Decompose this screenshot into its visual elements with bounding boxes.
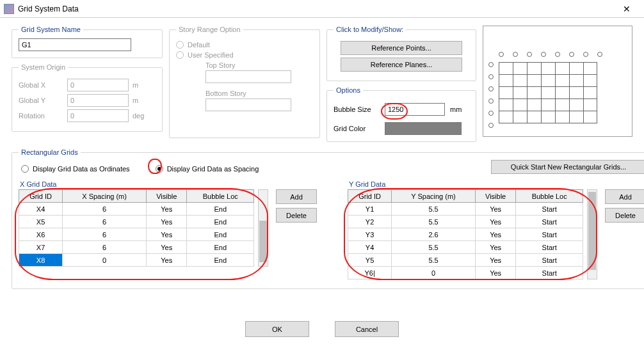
y-grid-scrollbar[interactable] <box>587 189 597 279</box>
grid-system-name-legend: Grid System Name <box>19 26 83 33</box>
reference-points-button[interactable]: Reference Points... <box>341 41 462 55</box>
spacing-radio[interactable]: Display Grid Data as Spacing <box>156 165 259 173</box>
system-origin-group: System Origin Global X m Global Y m Rota… <box>12 63 163 132</box>
grid-color-swatch[interactable] <box>385 122 462 135</box>
story-user-label: User Specified <box>188 51 234 59</box>
table-row[interactable]: X76YesEnd <box>19 241 254 254</box>
story-user-radio: User Specified <box>176 51 313 59</box>
top-story-input <box>205 70 291 83</box>
table-row[interactable]: Y32.6YesStart <box>348 228 583 241</box>
table-row[interactable]: Y6|0YesStart <box>348 267 583 279</box>
rotation-input <box>67 109 129 122</box>
bubble-size-label: Bubble Size <box>334 106 380 113</box>
story-default-label: Default <box>188 41 210 49</box>
app-icon <box>4 4 14 14</box>
y-grid-table[interactable]: Grid IDY Spacing (m)VisibleBubble LocY15… <box>348 189 583 279</box>
grid-system-name-input[interactable] <box>19 38 131 51</box>
quick-start-button[interactable]: Quick Start New Rectangular Grids... <box>491 160 644 174</box>
ok-button[interactable]: OK <box>245 321 309 337</box>
bottom-story-input <box>205 98 291 111</box>
table-row[interactable]: Y55.5YesStart <box>348 254 583 267</box>
top-story-label: Top Story <box>205 61 313 69</box>
x-delete-button[interactable]: Delete <box>276 208 317 223</box>
reference-planes-button[interactable]: Reference Planes... <box>341 58 462 72</box>
bottom-story-label: Bottom Story <box>205 90 313 97</box>
table-row[interactable]: Y15.5YesStart <box>348 203 583 216</box>
cancel-button[interactable]: Cancel <box>335 321 399 337</box>
bubble-size-input[interactable] <box>385 103 445 116</box>
options-group: Options Bubble Size mm Grid Color <box>326 86 476 142</box>
global-y-label: Global Y <box>19 97 63 104</box>
close-button[interactable]: ✕ <box>613 2 640 16</box>
y-add-button[interactable]: Add <box>605 189 644 204</box>
global-y-input <box>67 94 129 107</box>
x-grid-table[interactable]: Grid IDX Spacing (m)VisibleBubble LocX46… <box>19 189 254 267</box>
rotation-label: Rotation <box>19 112 63 120</box>
system-origin-legend: System Origin <box>19 63 68 71</box>
global-x-label: Global X <box>19 81 63 89</box>
grid-color-label: Grid Color <box>334 125 380 132</box>
radio-icon <box>176 51 184 59</box>
rect-grids-group: Rectangular Grids Display Grid Data as O… <box>12 148 644 289</box>
radio-icon <box>156 165 163 173</box>
y-delete-button[interactable]: Delete <box>605 208 644 223</box>
table-row[interactable]: X80YesEnd <box>19 254 254 267</box>
rotation-unit: deg <box>133 112 148 120</box>
options-legend: Options <box>334 86 363 94</box>
grid-preview <box>483 26 632 137</box>
bubble-size-unit: mm <box>450 106 462 113</box>
rect-grids-legend: Rectangular Grids <box>19 148 81 156</box>
table-row[interactable]: Y25.5YesStart <box>348 216 583 228</box>
spacing-label: Display Grid Data as Spacing <box>167 165 259 173</box>
ordinates-radio[interactable]: Display Grid Data as Ordinates <box>21 165 130 173</box>
ordinates-label: Display Grid Data as Ordinates <box>33 165 130 173</box>
y-grid-label: Y Grid Data <box>349 180 644 188</box>
table-row[interactable]: Y45.5YesStart <box>348 241 583 254</box>
table-row[interactable]: X46YesEnd <box>19 203 254 216</box>
grid-system-name-group: Grid System Name <box>12 26 163 58</box>
story-range-legend: Story Range Option <box>176 26 243 33</box>
global-x-unit: m <box>133 81 148 89</box>
x-add-button[interactable]: Add <box>276 189 317 204</box>
story-range-group: Story Range Option Default User Specifie… <box>169 26 320 138</box>
x-grid-scrollbar[interactable] <box>258 189 268 267</box>
radio-icon <box>21 165 29 173</box>
global-x-input <box>67 79 129 91</box>
radio-icon <box>176 41 184 49</box>
window-title: Grid System Data <box>18 4 613 13</box>
modify-show-group: Click to Modify/Show: Reference Points..… <box>326 26 476 81</box>
global-y-unit: m <box>133 97 148 104</box>
modify-show-legend: Click to Modify/Show: <box>334 26 406 33</box>
story-default-radio: Default <box>176 41 313 49</box>
table-row[interactable]: X56YesEnd <box>19 216 254 228</box>
x-grid-label: X Grid Data <box>20 180 317 188</box>
table-row[interactable]: X66YesEnd <box>19 228 254 241</box>
